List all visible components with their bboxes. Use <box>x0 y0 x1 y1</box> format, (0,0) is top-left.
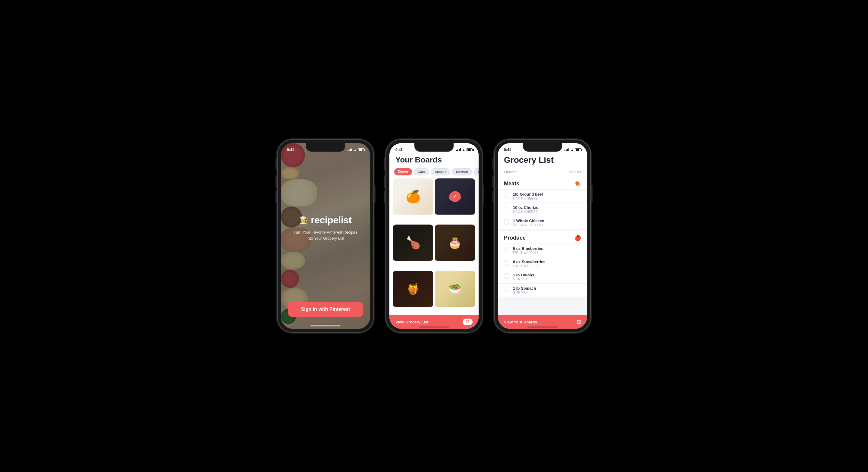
item-info-chicken: 1 Whole Chicken CHICKEN STIR FRY <box>513 219 581 227</box>
produce-section: Produce 🍎 5 oz Blueberries FRUIT WAFFLES <box>498 231 587 296</box>
options-label: Options: <box>504 170 518 174</box>
item-name-ground-beef: 1lb Ground beef <box>513 192 581 196</box>
board-image-donuts[interactable]: ✓ <box>435 179 475 223</box>
item-info-spinach: 1 lb Spinach STIR FRY <box>513 286 581 294</box>
status-icons-2: ▲ <box>456 148 472 152</box>
grocery-item-chicken[interactable]: 1 Whole Chicken CHICKEN STIR FRY <box>498 216 587 229</box>
phone-grocery: 9:41 ▲ <box>494 139 591 333</box>
food-photo-oranges <box>393 179 433 215</box>
produce-icon: 🍎 <box>575 234 581 241</box>
chef-hat-icon: 👨‍🍳 <box>299 216 308 225</box>
item-name-onions: 1 lb Onions <box>513 273 581 277</box>
splash-bottom: Sign in with Pinterest <box>281 302 370 329</box>
item-source-strawberries: FRUIT WAFFLES <box>513 264 581 268</box>
meats-title: Meats <box>504 181 519 187</box>
chip-snacks[interactable]: Snacks <box>431 168 450 176</box>
food-photo-cake <box>435 225 475 261</box>
item-info-blueberries: 5 oz Blueberries FRUIT WAFFLES <box>513 246 581 254</box>
battery-icon-2 <box>467 148 472 151</box>
grocery-item-spinach[interactable]: 1 lb Spinach STIR FRY <box>498 283 587 296</box>
boards-grid-icon: ⊞ <box>577 319 581 325</box>
item-name-spinach: 1 lb Spinach <box>513 286 581 290</box>
meats-header: Meats 🍖 <box>498 177 587 189</box>
item-name-chicken: 1 Whole Chicken <box>513 219 581 223</box>
splash-content: 9:41 ▲ <box>281 143 370 329</box>
checkbox-ground-beef[interactable] <box>504 193 509 198</box>
wifi-icon-3: ▲ <box>570 148 574 152</box>
checkbox-blueberries[interactable] <box>504 247 509 252</box>
item-source-chicken: CHICKEN STIR FRY <box>513 223 581 227</box>
meats-section: Meats 🍖 1lb Ground beef MAC N CHEESE <box>498 177 587 229</box>
notch <box>306 143 345 152</box>
grocery-scroll: Meats 🍖 1lb Ground beef MAC N CHEESE <box>498 177 587 315</box>
chip-dinner[interactable]: Dinner <box>394 168 412 176</box>
battery-icon-1 <box>358 148 364 151</box>
item-name-blueberries: 5 oz Blueberries <box>513 246 581 251</box>
food-photo-chicken <box>393 225 433 261</box>
signal-icon-3 <box>564 148 569 151</box>
checkbox-strawberries[interactable] <box>504 260 509 265</box>
grocery-item-strawberries[interactable]: 6 oz Strawberries FRUIT WAFFLES <box>498 257 587 270</box>
splash-screen: 9:41 ▲ <box>281 143 370 329</box>
grocery-item-blueberries[interactable]: 5 oz Blueberries FRUIT WAFFLES <box>498 244 587 257</box>
status-time-2: 9:41 <box>396 148 403 152</box>
produce-header: Produce 🍎 <box>498 231 587 244</box>
signin-button[interactable]: Sign in with Pinterest <box>288 302 363 317</box>
battery-icon-3 <box>575 148 581 151</box>
phone-boards: 9:41 ▲ <box>386 139 482 333</box>
home-indicator-2 <box>419 326 449 327</box>
item-source-chorizo: MAC N CHEESE <box>513 210 581 213</box>
status-icons-3: ▲ <box>564 148 581 152</box>
phones-container: 9:41 ▲ <box>277 139 591 333</box>
footer-view-grocery: View Grocery List <box>396 320 429 324</box>
produce-title: Produce <box>504 235 526 241</box>
checkbox-chicken[interactable] <box>504 219 509 225</box>
wifi-icon-2: ▲ <box>462 148 465 152</box>
boards-content: 9:41 ▲ <box>390 143 478 329</box>
board-image-honey[interactable] <box>393 271 433 315</box>
board-image-cake[interactable] <box>435 225 475 269</box>
home-indicator-1 <box>310 325 341 326</box>
checkbox-chorizo[interactable] <box>504 206 509 211</box>
item-info-chorizo: 10 oz Chorizo MAC N CHEESE <box>513 205 581 213</box>
item-info-ground-beef: 1lb Ground beef MAC N CHEESE <box>513 192 581 200</box>
meats-icon: 🍖 <box>575 180 581 187</box>
boards-header: Your Boards <box>390 154 478 168</box>
chip-kitchen[interactable]: Kitchen <box>452 168 472 176</box>
boards-title: Your Boards <box>396 155 472 164</box>
checkbox-onions[interactable] <box>504 273 509 279</box>
app-name: recipelist <box>311 215 352 226</box>
item-info-onions: 1 lb Onions STIR FRY <box>513 273 581 281</box>
grocery-header: Grocery List <box>498 154 587 167</box>
logo-area: 👨‍🍳 recipelist Turn Your Favorite Pinter… <box>283 154 368 302</box>
footer-view-boards: View Your Boards <box>504 320 537 324</box>
boards-chips: Dinner Cars Snacks Kitchen quick rec <box>390 168 478 179</box>
board-image-oranges[interactable] <box>393 179 433 223</box>
notch-2 <box>414 143 454 152</box>
board-image-food[interactable] <box>435 271 475 315</box>
app-tagline: Turn Your Favorite Pinterest Recipes int… <box>292 229 359 241</box>
item-name-chorizo: 10 oz Chorizo <box>513 205 581 210</box>
logo-row: 👨‍🍳 recipelist <box>299 215 352 226</box>
options-row: Options: Clear All <box>498 167 587 177</box>
grocery-screen: 9:41 ▲ <box>498 143 587 329</box>
item-source-blueberries: FRUIT WAFFLES <box>513 251 581 254</box>
grocery-count-badge: 23 <box>463 319 472 325</box>
item-source-spinach: STIR FRY <box>513 291 581 294</box>
grocery-item-chorizo[interactable]: 10 oz Chorizo MAC N CHEESE <box>498 202 587 216</box>
chip-cars[interactable]: Cars <box>414 168 429 176</box>
signal-icon-2 <box>456 148 461 151</box>
status-icons-1: ▲ <box>347 148 364 152</box>
item-name-strawberries: 6 oz Strawberries <box>513 259 581 264</box>
boards-grid: ✓ <box>390 179 478 315</box>
notch-3 <box>523 143 562 152</box>
board-image-chicken[interactable] <box>393 225 433 269</box>
food-photo-honey <box>393 271 433 307</box>
clear-all-button[interactable]: Clear All <box>567 170 581 174</box>
grocery-title: Grocery List <box>504 155 581 165</box>
grocery-item-onions[interactable]: 1 lb Onions STIR FRY <box>498 270 587 283</box>
status-time-3: 9:41 <box>504 148 511 152</box>
grocery-item-ground-beef[interactable]: 1lb Ground beef MAC N CHEESE <box>498 189 587 202</box>
chip-quick[interactable]: quick rec <box>474 168 478 176</box>
checkbox-spinach[interactable] <box>504 287 509 292</box>
